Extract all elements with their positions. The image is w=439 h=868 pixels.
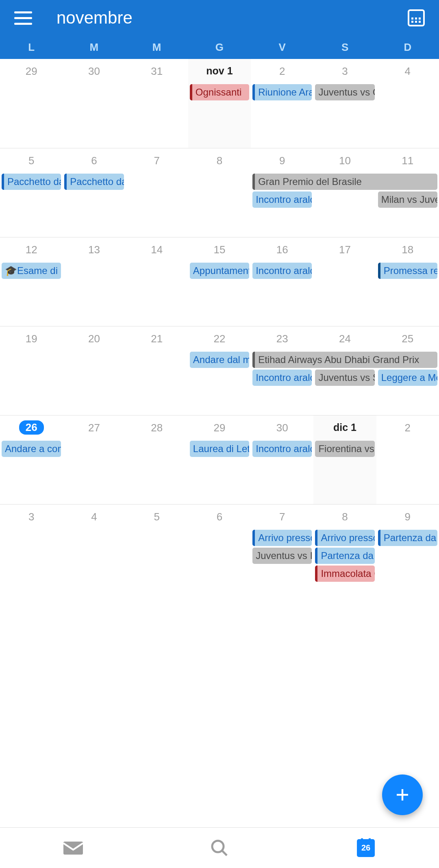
day-cell[interactable]: 2 bbox=[251, 59, 313, 148]
day-cell[interactable]: 9 bbox=[376, 505, 439, 593]
day-cell[interactable]: 14 bbox=[126, 237, 188, 326]
day-cell[interactable]: 10 bbox=[313, 148, 376, 237]
bottom-nav: 26 bbox=[0, 827, 439, 868]
day-cell[interactable]: 27 bbox=[63, 416, 125, 504]
week-row: 3456789Arrivo pressoArrivo pressoPartenz… bbox=[0, 504, 439, 593]
calendar-event[interactable]: Incontro aralc bbox=[252, 370, 312, 386]
day-cell[interactable]: 15 bbox=[188, 237, 251, 326]
day-cell[interactable]: 13 bbox=[63, 237, 125, 326]
day-number: 25 bbox=[376, 326, 439, 345]
day-cell[interactable]: 31 bbox=[126, 59, 188, 148]
calendar-event[interactable]: Etihad Airways Abu Dhabi Grand Prix bbox=[252, 352, 437, 368]
day-cell[interactable]: 26 bbox=[0, 416, 63, 504]
calendar-event[interactable]: Andare a com bbox=[2, 441, 61, 457]
day-number: 5 bbox=[126, 505, 188, 523]
day-cell[interactable]: 18 bbox=[376, 237, 439, 326]
calendar-event[interactable]: Arrivo presso bbox=[252, 530, 312, 546]
day-cell[interactable]: 2 bbox=[376, 416, 439, 504]
day-cell[interactable]: 3 bbox=[313, 59, 376, 148]
weekday-2: M bbox=[126, 41, 188, 54]
weekday-0: L bbox=[0, 41, 63, 54]
calendar-event[interactable]: Milan vs Juve bbox=[378, 191, 437, 208]
calendar-event[interactable]: Promessa re bbox=[378, 263, 437, 279]
calendar-event[interactable]: Juventus vs C bbox=[315, 84, 374, 100]
page-title: novembre bbox=[57, 8, 133, 28]
calendar-event[interactable]: Arrivo presso bbox=[315, 530, 374, 546]
nav-mail[interactable] bbox=[0, 828, 146, 868]
day-number: 2 bbox=[376, 416, 439, 434]
menu-icon[interactable] bbox=[14, 11, 32, 25]
add-event-fab[interactable] bbox=[382, 774, 423, 815]
calendar-event[interactable]: Ognissanti bbox=[190, 84, 249, 100]
day-cell[interactable]: 3 bbox=[0, 505, 63, 593]
calendar-event[interactable]: Pacchetto da bbox=[2, 174, 61, 190]
calendar-event[interactable]: Incontro aralc bbox=[252, 441, 312, 457]
day-cell[interactable]: 30 bbox=[251, 416, 313, 504]
day-number: 13 bbox=[63, 237, 125, 256]
day-cell[interactable]: 19 bbox=[0, 326, 63, 415]
day-cell[interactable]: 20 bbox=[63, 326, 125, 415]
day-number: 6 bbox=[63, 148, 125, 167]
weekday-6: D bbox=[376, 41, 439, 54]
day-cell[interactable]: 30 bbox=[63, 59, 125, 148]
calendar-event[interactable]: Leggere a Me bbox=[378, 370, 437, 386]
day-number: 10 bbox=[313, 148, 376, 167]
day-cell[interactable]: 16 bbox=[251, 237, 313, 326]
weekday-3: G bbox=[188, 41, 251, 54]
svg-point-3 bbox=[212, 841, 224, 852]
day-cell[interactable]: 28 bbox=[126, 416, 188, 504]
day-cell[interactable]: 4 bbox=[63, 505, 125, 593]
day-cell[interactable]: 21 bbox=[126, 326, 188, 415]
day-cell[interactable]: 29 bbox=[188, 416, 251, 504]
day-number: dic 1 bbox=[313, 416, 376, 433]
day-cell[interactable]: 29 bbox=[0, 59, 63, 148]
day-cell[interactable]: 5 bbox=[126, 505, 188, 593]
day-number: 5 bbox=[0, 148, 63, 167]
day-number: 23 bbox=[251, 326, 313, 345]
day-number: 31 bbox=[126, 59, 188, 78]
day-cell[interactable]: 7 bbox=[126, 148, 188, 237]
day-cell[interactable]: dic 1 bbox=[313, 416, 376, 504]
day-cell[interactable]: nov 1 bbox=[188, 59, 251, 148]
day-number: 12 bbox=[0, 237, 63, 256]
calendar-event[interactable]: Partenza da l bbox=[315, 548, 374, 564]
day-number: 28 bbox=[126, 416, 188, 434]
day-number: 20 bbox=[63, 326, 125, 345]
day-number: 24 bbox=[313, 326, 376, 345]
week-row: 293031nov 1234OgnissantiRiunione AralJuv… bbox=[0, 59, 439, 148]
week-row: 19202122232425Andare dal meEtihad Airway… bbox=[0, 326, 439, 415]
calendar-event[interactable]: Immacolata C bbox=[315, 566, 374, 582]
nav-calendar[interactable]: 26 bbox=[293, 828, 439, 868]
calendar-event[interactable]: Partenza da S bbox=[378, 530, 437, 546]
day-cell[interactable]: 8 bbox=[188, 148, 251, 237]
day-number: 21 bbox=[126, 326, 188, 345]
calendar-event[interactable]: Andare dal me bbox=[190, 352, 249, 368]
nav-search[interactable] bbox=[146, 828, 293, 868]
calendar-event[interactable]: Pacchetto da bbox=[64, 174, 124, 190]
calendar-event[interactable]: Fiorentina vs bbox=[315, 441, 374, 457]
datepicker-icon[interactable] bbox=[408, 9, 425, 26]
calendar-event[interactable]: 🎓Esame di R bbox=[2, 263, 61, 279]
app-header: novembre LMMGVSD bbox=[0, 0, 439, 59]
calendar-event[interactable]: Laurea di Leti bbox=[190, 441, 249, 457]
day-number: 15 bbox=[188, 237, 251, 256]
day-cell[interactable]: 12 bbox=[0, 237, 63, 326]
day-cell[interactable]: 4 bbox=[376, 59, 439, 148]
calendar-event[interactable]: Juventus vs S bbox=[315, 370, 374, 386]
search-icon bbox=[210, 838, 229, 858]
calendar-event[interactable]: Appuntamento bbox=[190, 263, 249, 279]
calendar-event[interactable]: Incontro aralc bbox=[252, 191, 312, 208]
calendar-event[interactable]: Juventus vs Ir bbox=[252, 548, 312, 564]
day-number: 4 bbox=[63, 505, 125, 523]
calendar-event[interactable]: Gran Premio del Brasile bbox=[252, 174, 437, 190]
day-cell[interactable]: 6 bbox=[188, 505, 251, 593]
day-number: 14 bbox=[126, 237, 188, 256]
day-cell[interactable]: 5 bbox=[0, 148, 63, 237]
day-number: 2 bbox=[251, 59, 313, 78]
calendar-event[interactable]: Incontro aralc bbox=[252, 263, 312, 279]
calendar-event[interactable]: Riunione Aral bbox=[252, 84, 312, 100]
day-cell[interactable]: 17 bbox=[313, 237, 376, 326]
weekday-row: LMMGVSD bbox=[0, 36, 439, 59]
day-cell[interactable]: 22 bbox=[188, 326, 251, 415]
day-cell[interactable]: 6 bbox=[63, 148, 125, 237]
